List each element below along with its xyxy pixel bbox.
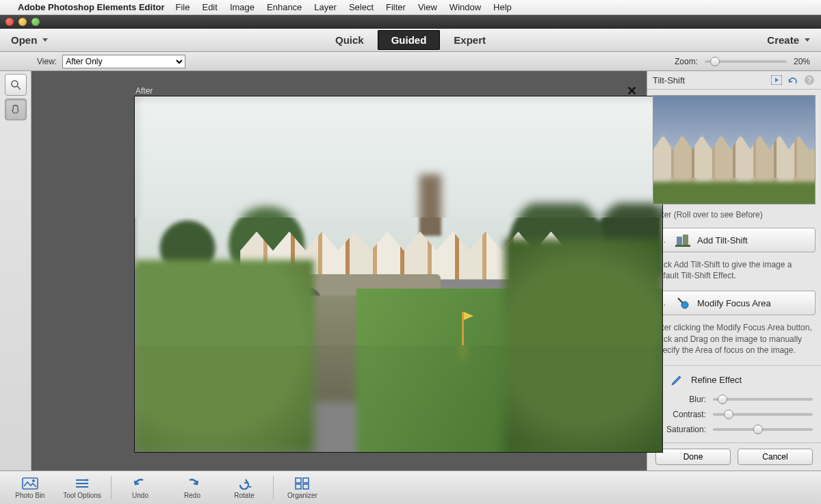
magnifier-icon — [10, 79, 22, 91]
canvas-area[interactable]: After ✕ — [31, 71, 647, 470]
tab-expert[interactable]: Expert — [440, 30, 499, 50]
toolstrip — [0, 71, 31, 470]
create-label: Create — [767, 34, 799, 46]
menu-image[interactable]: Image — [230, 2, 255, 12]
undo-icon — [132, 477, 148, 490]
canvas-label: After — [135, 86, 153, 96]
window-close-icon[interactable] — [5, 18, 14, 26]
svg-rect-20 — [303, 484, 309, 489]
menu-window[interactable]: Window — [449, 2, 481, 12]
zoom-label: Zoom: — [675, 57, 698, 66]
panel-footer: Done Cancel — [647, 442, 821, 470]
menu-help[interactable]: Help — [493, 2, 512, 12]
window-titlebar — [0, 15, 821, 29]
tilt-shift-icon — [675, 233, 690, 248]
refine-effect-header: 3. Refine Effect — [653, 373, 816, 388]
step3-label: Refine Effect — [691, 375, 742, 385]
play-preview-icon[interactable] — [770, 74, 783, 86]
app-name[interactable]: Adobe Photoshop Elements Editor — [18, 2, 165, 12]
svg-point-12 — [32, 479, 35, 482]
done-button[interactable]: Done — [655, 449, 731, 465]
view-select[interactable]: After Only — [62, 55, 185, 68]
taskbar-separator — [273, 476, 274, 499]
window-minimize-icon[interactable] — [18, 18, 27, 26]
taskbar-separator — [111, 476, 112, 499]
open-label: Open — [11, 34, 37, 46]
main-area: After ✕ Tilt-Shift — [0, 71, 821, 470]
photo-bin-icon — [22, 477, 38, 490]
menu-file[interactable]: File — [176, 2, 190, 12]
brush-icon — [669, 373, 684, 388]
menu-filter[interactable]: Filter — [386, 2, 406, 12]
menu-enhance[interactable]: Enhance — [267, 2, 302, 12]
reset-icon[interactable] — [787, 74, 799, 86]
svg-rect-19 — [296, 484, 301, 489]
hand-tool-button[interactable] — [5, 98, 27, 120]
zoom-tool-button[interactable] — [5, 74, 27, 96]
document-image — [135, 96, 662, 452]
cancel-button[interactable]: Cancel — [738, 449, 813, 465]
undo-label: Undo — [132, 492, 148, 499]
undo-button[interactable]: Undo — [116, 473, 165, 503]
organizer-button[interactable]: Organizer — [278, 473, 327, 503]
canvas-image[interactable] — [134, 96, 663, 453]
modify-focus-area-button[interactable]: 2. Modify Focus Area — [653, 291, 816, 315]
panel-header: Tilt-Shift ? — [647, 71, 821, 90]
svg-rect-17 — [296, 478, 301, 483]
tab-quick[interactable]: Quick — [322, 30, 378, 50]
svg-point-0 — [12, 81, 18, 87]
create-button[interactable]: Create — [767, 34, 810, 46]
redo-label: Redo — [184, 492, 200, 499]
redo-icon — [184, 477, 200, 490]
svg-marker-3 — [775, 78, 779, 82]
svg-point-10 — [681, 302, 688, 308]
step1-description: Click Add Tilt-Shift to give the image a… — [647, 255, 821, 288]
svg-rect-7 — [683, 235, 688, 245]
blur-slider[interactable] — [713, 398, 813, 401]
rotate-icon — [236, 477, 252, 490]
guided-panel: Tilt-Shift ? After (Roll over to see Bef… — [647, 71, 821, 470]
option-bar: View: After Only Zoom: 20% — [0, 52, 821, 71]
panel-title: Tilt-Shift — [653, 75, 685, 85]
menu-select[interactable]: Select — [349, 2, 374, 12]
focus-area-icon — [675, 295, 690, 310]
saturation-slider[interactable] — [713, 428, 813, 431]
preview-thumbnail[interactable] — [653, 95, 816, 204]
photo-bin-button[interactable]: Photo Bin — [5, 473, 55, 503]
preview-caption: After (Roll over to see Before) — [647, 210, 821, 225]
open-button[interactable]: Open — [11, 34, 48, 46]
svg-text:?: ? — [807, 76, 811, 84]
menu-edit[interactable]: Edit — [202, 2, 217, 12]
step1-label: Add Tilt-Shift — [697, 235, 748, 246]
svg-rect-11 — [23, 478, 38, 489]
menu-view[interactable]: View — [418, 2, 437, 12]
contrast-slider[interactable] — [713, 413, 813, 416]
photo-bin-label: Photo Bin — [15, 492, 44, 499]
step2-label: Modify Focus Area — [697, 298, 771, 308]
window-zoom-icon[interactable] — [31, 18, 40, 26]
mode-tabs: Quick Guided Expert — [322, 30, 499, 50]
traffic-lights — [5, 18, 40, 26]
add-tilt-shift-button[interactable]: 1. Add Tilt-Shift — [653, 228, 816, 252]
rotate-label: Rotate — [234, 492, 254, 499]
step2-description: After clicking the Modify Focus Area but… — [647, 318, 821, 362]
tab-guided[interactable]: Guided — [378, 30, 441, 50]
zoom-value: 20% — [794, 57, 810, 66]
tool-options-button[interactable]: Tool Options — [57, 473, 107, 503]
svg-rect-8 — [675, 245, 690, 247]
zoom-slider[interactable] — [705, 60, 787, 63]
tool-options-icon — [74, 477, 90, 490]
svg-rect-6 — [677, 237, 682, 245]
menu-layer[interactable]: Layer — [314, 2, 337, 12]
organizer-icon — [294, 477, 311, 490]
chevron-down-icon — [42, 38, 48, 42]
rotate-button[interactable]: Rotate — [220, 473, 269, 503]
help-icon[interactable]: ? — [803, 74, 816, 86]
organizer-label: Organizer — [287, 492, 317, 499]
svg-rect-18 — [303, 478, 309, 483]
redo-button[interactable]: Redo — [168, 473, 217, 503]
mode-bar: Open Quick Guided Expert Create — [0, 29, 821, 52]
mac-menubar: Adobe Photoshop Elements Editor File Edi… — [0, 0, 821, 15]
hand-icon — [10, 103, 22, 116]
tool-options-label: Tool Options — [63, 492, 101, 499]
